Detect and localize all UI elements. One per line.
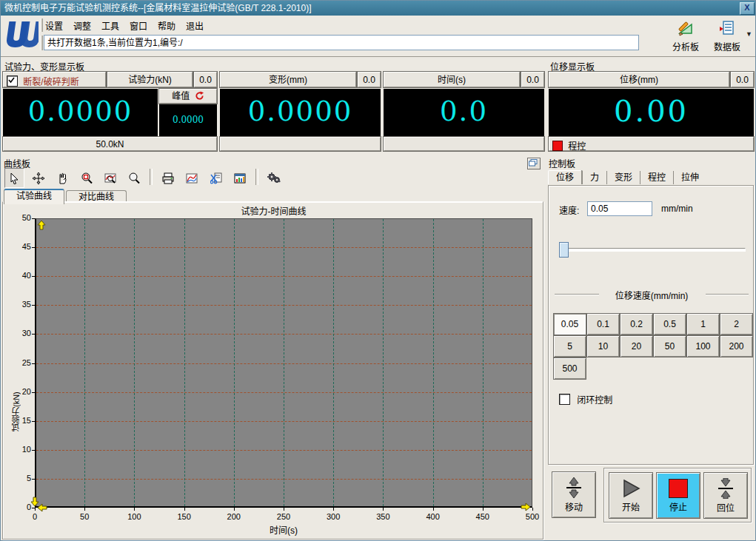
y-tick-label: 0 (6, 503, 31, 511)
closed-loop-checkbox[interactable] (559, 394, 570, 405)
control-tab-拉伸[interactable]: 拉伸 (673, 171, 706, 184)
start-icon (620, 479, 641, 498)
analysis-panel-button[interactable]: 分析板 (666, 20, 705, 53)
toolbar-separator (150, 169, 153, 185)
menu-item-3[interactable]: 窗口 (128, 18, 153, 33)
chart-title: 试验力-时间曲线 (3, 204, 544, 217)
pan-tool-icon[interactable] (53, 168, 73, 188)
curve-tab-试验曲线[interactable]: 试验曲线 (4, 189, 64, 204)
zoom-tool-icon[interactable] (124, 168, 144, 188)
closed-loop-row[interactable]: 闭环控制 (559, 393, 612, 406)
peak-reset-icon[interactable] (195, 91, 204, 101)
speed-option-5[interactable]: 5 (553, 335, 586, 357)
force-display-panel: 试验力、变形显示板 断裂/破碎判断 试验力(kN) 0.0 0.0000 峰值 … (2, 59, 545, 153)
time-channel-name[interactable]: 时间(s) (384, 72, 520, 87)
speed-option-100[interactable]: 100 (686, 335, 720, 357)
toolbar-separator (255, 169, 258, 185)
home-button[interactable]: 回位 (703, 472, 748, 519)
start-button[interactable]: 开始 (609, 472, 653, 519)
stop-button[interactable]: 停止 (656, 472, 700, 519)
program-control-indicator (552, 141, 563, 151)
y-tick-label: 30 (6, 329, 31, 337)
origin-x-marker-icon[interactable] (37, 503, 47, 513)
analysis-icon (678, 20, 694, 36)
snip-icon[interactable] (206, 168, 226, 188)
menu-toolbar: 设置调整工具窗口帮助退出 共打开数据1条,当前位置为1,编号:/ 分析板 数据板… (1, 16, 756, 57)
deform-channel-name[interactable]: 变形(mm) (220, 72, 356, 87)
force-channel-name[interactable]: 试验力(kN) (107, 72, 193, 87)
displacement-name[interactable]: 位移(mm) (549, 72, 729, 87)
zoom-area-tool-icon[interactable] (76, 168, 96, 188)
x-tick-label: 0 (19, 512, 51, 521)
speed-option-2[interactable]: 2 (720, 313, 753, 335)
y-tickmark (32, 218, 35, 219)
displacement-aux-value: 0.0 (731, 72, 754, 87)
speed-slider[interactable] (559, 242, 744, 257)
ymax-marker-icon[interactable] (36, 220, 47, 230)
move-tool-icon[interactable] (28, 168, 48, 188)
speed-option-0.1[interactable]: 0.1 (586, 313, 620, 335)
zoom-curve-tool-icon[interactable] (100, 168, 120, 188)
force-aux-value: 0.0 (194, 72, 217, 87)
menu-item-5[interactable]: 退出 (184, 18, 210, 33)
menu-item-4[interactable]: 帮助 (156, 18, 181, 33)
v-gridline (234, 219, 235, 506)
speed-label: 速度: (559, 204, 579, 216)
y-tick-label: 25 (6, 358, 31, 367)
speed-option-10[interactable]: 10 (586, 335, 620, 357)
app-logo-icon (4, 19, 39, 53)
peak-value-display: 0.0000 (159, 104, 217, 136)
break-judge-checkbox[interactable] (7, 75, 18, 87)
force-range-bar: 50.0kN (3, 137, 217, 151)
analysis-label: 分析板 (666, 40, 705, 53)
speed-option-200[interactable]: 200 (720, 335, 753, 357)
status-field[interactable]: 共打开数据1条,当前位置为1,编号:/ (44, 35, 639, 50)
menu-item-2[interactable]: 工具 (100, 18, 125, 33)
title-bar: 微机控制电子万能试验机测控系统--[金属材料室温拉伸试验(GB/T 228.1-… (1, 1, 756, 16)
v-gridline (433, 219, 434, 506)
break-judge-label: 断裂/破碎判断 (23, 77, 78, 87)
y-tickmark (32, 479, 35, 480)
menu-item-0[interactable]: 设置 (44, 18, 69, 33)
control-panel: 控制板 位移力变形程控拉伸 速度: mm/min 位移速度(mm/min) 0.… (546, 156, 755, 540)
y-tickmark (32, 276, 35, 277)
x-tickmark (483, 508, 484, 511)
gears-icon[interactable] (264, 168, 284, 188)
data-window-icon[interactable] (230, 168, 250, 188)
speed-option-1[interactable]: 1 (686, 313, 720, 335)
close-button[interactable]: X (740, 2, 755, 15)
menu-item-1[interactable]: 调整 (72, 18, 97, 33)
xmax-marker-icon[interactable] (521, 502, 531, 512)
y-tickmark (32, 421, 35, 422)
speed-option-500[interactable]: 500 (553, 357, 586, 380)
print-icon[interactable] (158, 168, 178, 188)
speed-option-50[interactable]: 50 (653, 335, 686, 357)
toolbar-overflow-icon[interactable]: ▼ (746, 30, 752, 38)
data-board-icon (719, 20, 735, 36)
slider-track (559, 248, 746, 252)
control-tab-变形[interactable]: 变形 (606, 171, 640, 184)
curve-panel: 曲线板 试验曲线对比曲线 试验力-时间曲线 试验力(kN) 时间( (2, 156, 543, 540)
closed-loop-label: 闭环控制 (577, 395, 612, 406)
control-tab-力[interactable]: 力 (582, 171, 606, 184)
stop-label: 停止 (669, 500, 687, 513)
data-panel-button[interactable]: 数据板 (708, 20, 746, 53)
speed-option-20[interactable]: 20 (620, 335, 653, 357)
curve-style-icon[interactable] (182, 168, 202, 188)
peak-header[interactable]: 峰值 (159, 89, 217, 104)
x-tickmark (532, 508, 533, 511)
break-judge-cell[interactable]: 断裂/破碎判断 (3, 72, 106, 87)
control-tab-位移[interactable]: 位移 (548, 170, 582, 184)
speed-option-0.5[interactable]: 0.5 (653, 313, 686, 335)
speed-option-0.05[interactable]: 0.05 (553, 313, 586, 335)
control-tab-程控[interactable]: 程控 (640, 171, 673, 184)
move-button[interactable]: 移动 (552, 471, 596, 518)
slider-thumb[interactable] (559, 242, 569, 258)
cursor-tool-icon[interactable] (4, 168, 24, 188)
x-tick-label: 350 (367, 512, 399, 521)
restore-panel-button[interactable] (527, 158, 541, 169)
speed-input[interactable] (587, 201, 652, 216)
peak-block: 峰值 0.0000 (159, 89, 217, 136)
y-tick-label: 10 (6, 445, 31, 454)
speed-option-0.2[interactable]: 0.2 (620, 313, 653, 335)
